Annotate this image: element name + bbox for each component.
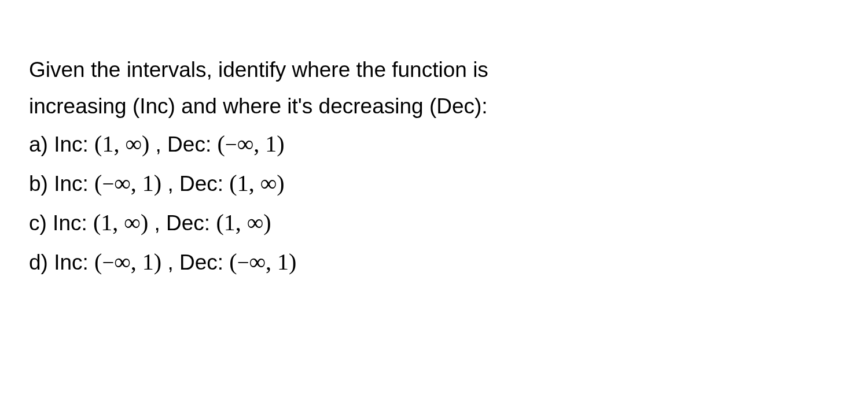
option-a-dec-close: ) — [277, 131, 284, 157]
option-d-mid: , Dec: — [161, 250, 229, 274]
option-d-dec-comma: , — [266, 249, 277, 275]
option-c-dec-val2: ∞ — [247, 209, 264, 235]
option-a-inc-val2: ∞ — [125, 131, 142, 157]
option-c-dec-close: ) — [263, 209, 271, 235]
option-a-inc-close: ) — [142, 131, 149, 157]
option-b-inc-minus: − — [102, 172, 114, 196]
option-b-dec-val2: ∞ — [260, 170, 277, 196]
option-a-inc-val1: 1 — [102, 131, 113, 157]
option-b-mid: , Dec: — [161, 172, 229, 196]
question-line-1: Given the intervals, identify where the … — [29, 52, 839, 87]
option-d-inc-close: ) — [154, 249, 161, 275]
option-c-inc-val1: 1 — [101, 209, 112, 235]
option-b-dec-open: ( — [229, 170, 237, 196]
question-content: Given the intervals, identify where the … — [29, 52, 839, 281]
option-b-inc-val1: ∞ — [114, 170, 131, 196]
option-c-dec-open: ( — [216, 209, 223, 235]
option-b-dec-val1: 1 — [237, 170, 249, 196]
option-d-dec-val2: 1 — [277, 249, 289, 275]
option-a-mid: , Dec: — [149, 132, 217, 156]
option-b-inc-val2: 1 — [142, 170, 154, 196]
option-d-dec-minus: − — [237, 250, 249, 274]
option-a-dec-val2: 1 — [265, 131, 277, 157]
option-d-inc-minus: − — [102, 250, 114, 274]
option-b-dec-close: ) — [277, 170, 284, 196]
option-b: b) Inc: (−∞, 1) , Dec: (1, ∞) — [29, 164, 839, 202]
option-c-inc-open: ( — [93, 209, 101, 235]
option-c-inc-close: ) — [141, 209, 148, 235]
option-b-dec-comma: , — [249, 170, 260, 196]
option-b-label: b) Inc: — [29, 172, 94, 196]
option-c-mid: , Dec: — [148, 211, 216, 235]
option-a-inc-comma: , — [113, 131, 125, 157]
option-c-inc-val2: ∞ — [124, 209, 141, 235]
option-a-inc-open: ( — [94, 131, 102, 157]
option-c: c) Inc: (1, ∞) , Dec: (1, ∞) — [29, 204, 839, 242]
option-a-dec-comma: , — [253, 131, 265, 157]
option-c-dec-comma: , — [236, 209, 247, 235]
option-a: a) Inc: (1, ∞) , Dec: (−∞, 1) — [29, 125, 839, 163]
option-d-inc-comma: , — [131, 249, 142, 275]
option-b-inc-open: ( — [94, 170, 102, 196]
option-b-inc-close: ) — [154, 170, 161, 196]
option-a-dec-minus: − — [225, 132, 237, 156]
option-b-inc-comma: , — [131, 170, 142, 196]
option-a-label: a) Inc: — [29, 132, 94, 156]
option-c-inc-comma: , — [112, 209, 124, 235]
option-d-inc-val1: ∞ — [114, 249, 131, 275]
option-d-label: d) Inc: — [29, 250, 94, 274]
option-d-inc-open: ( — [94, 249, 102, 275]
option-d-dec-val1: ∞ — [249, 249, 266, 275]
option-a-dec-val1: ∞ — [237, 131, 254, 157]
option-d-dec-close: ) — [289, 249, 296, 275]
option-c-dec-val1: 1 — [224, 209, 236, 235]
option-a-dec-open: ( — [217, 131, 225, 157]
option-c-label: c) Inc: — [29, 211, 93, 235]
option-d-inc-val2: 1 — [142, 249, 154, 275]
question-line-2: increasing (Inc) and where it's decreasi… — [29, 89, 839, 124]
option-d-dec-open: ( — [229, 249, 237, 275]
option-d: d) Inc: (−∞, 1) , Dec: (−∞, 1) — [29, 243, 839, 281]
